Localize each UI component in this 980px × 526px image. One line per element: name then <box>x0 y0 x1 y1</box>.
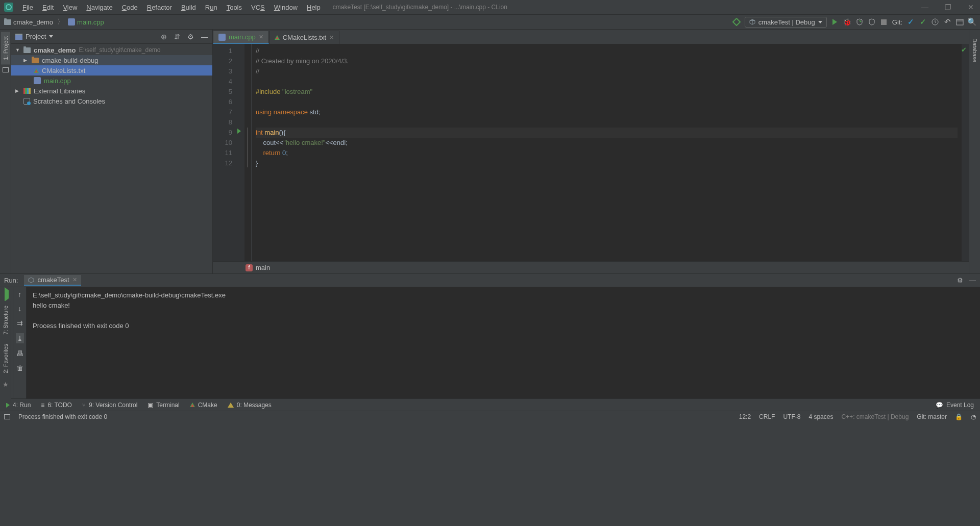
editor-tab-cmakelists[interactable]: CMakeLists.txt ✕ <box>269 31 339 44</box>
run-actions-secondary: ↑ ↓ ⇉ ⤓ 🖶 🗑 <box>13 287 27 398</box>
menu-vcs[interactable]: VCS <box>247 3 269 12</box>
bottom-tab-vcs[interactable]: ⑂ 9: Version Control <box>78 400 141 410</box>
run-tab-cmaketest[interactable]: cmakeTest ✕ <box>24 275 81 286</box>
editor-tab-main[interactable]: main.cpp ✕ <box>213 31 269 44</box>
close-icon[interactable]: ✕ <box>72 277 77 283</box>
commit-button[interactable]: ✓ <box>919 18 927 26</box>
bottom-tab-messages[interactable]: 0: Messages <box>224 400 276 410</box>
tree-file-cmakelists[interactable]: CMakeLists.txt <box>11 65 212 76</box>
inspection-ok-icon[interactable]: ✔ <box>961 46 967 54</box>
menu-code[interactable]: Code <box>118 3 142 12</box>
settings-icon[interactable]: ⚙ <box>187 33 194 41</box>
bottom-tab-todo[interactable]: ≡ 6: TODO <box>37 400 76 410</box>
down-button[interactable]: ↓ <box>18 305 21 313</box>
debug-button[interactable]: 🐞 <box>843 18 851 26</box>
revert-button[interactable]: ↶ <box>943 18 951 26</box>
fold-gutter[interactable] <box>244 44 252 261</box>
locate-icon[interactable]: ⊕ <box>161 33 167 41</box>
main-menu: File Edit View Navigate Code Refactor Bu… <box>18 3 325 12</box>
menu-navigate[interactable]: Navigate <box>82 3 116 12</box>
status-position[interactable]: 12:2 <box>739 413 751 420</box>
breadcrumb-file[interactable]: main.cpp <box>77 18 104 26</box>
stop-button[interactable] <box>880 18 888 26</box>
branch-icon: ⑂ <box>82 402 86 409</box>
bottom-tab-cmake[interactable]: CMake <box>186 400 222 410</box>
window-controls: — ❐ ✕ <box>919 3 976 11</box>
tree-root-path: E:\self_study\git\cmake_demo <box>79 46 160 54</box>
project-view-selector[interactable]: Project <box>15 33 53 40</box>
soft-wrap-button[interactable]: ⇉ <box>17 319 23 327</box>
tool-tab-structure[interactable]: 7: Structure <box>1 301 10 339</box>
menu-help[interactable]: Help <box>303 3 325 12</box>
bottom-tab-terminal[interactable]: ▣ Terminal <box>143 400 183 410</box>
tree-scratches[interactable]: Scratches and Consoles <box>11 96 212 106</box>
status-indent[interactable]: 4 spaces <box>808 413 833 420</box>
code-editor[interactable]: // // Created by ming on 2020/4/3. // #i… <box>252 44 962 261</box>
menu-build[interactable]: Build <box>177 3 200 12</box>
menu-window[interactable]: Window <box>270 3 302 12</box>
clear-button[interactable]: 🗑 <box>16 364 23 372</box>
maximize-button[interactable]: ❐ <box>943 3 953 11</box>
line-number-gutter[interactable]: 123456789101112 <box>213 44 236 261</box>
tool-tab-icon[interactable] <box>2 66 10 73</box>
expand-all-icon[interactable]: ⇵ <box>174 33 180 41</box>
profile-button[interactable] <box>868 18 876 26</box>
marker-bar[interactable] <box>962 44 969 261</box>
cpp-file-icon <box>34 77 41 84</box>
menu-edit[interactable]: Edit <box>38 3 58 12</box>
minimize-button[interactable]: — <box>919 3 930 11</box>
memory-indicator-icon[interactable]: ◔ <box>971 413 976 420</box>
tree-root[interactable]: ▼ cmake_demo E:\self_study\git\cmake_dem… <box>11 45 212 55</box>
bottom-tab-event-log[interactable]: 💬 Event Log <box>932 400 978 410</box>
tool-tab-project[interactable]: 1: Project <box>1 32 10 64</box>
menu-tools[interactable]: Tools <box>223 3 246 12</box>
code-breadcrumb-label[interactable]: main <box>256 264 270 271</box>
menu-view[interactable]: View <box>59 3 81 12</box>
hide-icon[interactable]: — <box>969 277 976 284</box>
close-button[interactable]: ✕ <box>966 3 976 11</box>
favorites-star-icon[interactable]: ★ <box>3 381 9 388</box>
tree-item-label: CMakeLists.txt <box>42 67 85 74</box>
history-button[interactable] <box>931 18 939 26</box>
menu-run[interactable]: Run <box>201 3 222 12</box>
expand-arrow-icon[interactable]: ▶ <box>23 58 29 63</box>
up-button[interactable]: ↑ <box>18 290 21 298</box>
console-output[interactable]: E:\self_study\git\cmake_demo\cmake-build… <box>27 287 980 398</box>
close-icon[interactable]: ✕ <box>329 34 334 41</box>
settings-icon[interactable]: ⚙ <box>957 277 963 284</box>
run-config-selector[interactable]: cmakeTest | Debug <box>745 17 827 28</box>
tool-tab-database[interactable]: Database <box>970 34 979 67</box>
breadcrumb-root[interactable]: cmake_demo <box>13 18 53 26</box>
update-project-button[interactable]: ✓ <box>906 18 915 26</box>
ide-settings-button[interactable] <box>955 18 964 26</box>
svg-rect-4 <box>15 34 22 35</box>
coverage-button[interactable] <box>855 18 864 26</box>
hide-icon[interactable]: — <box>201 33 208 41</box>
scroll-end-button[interactable]: ⤓ <box>16 333 24 343</box>
build-icon[interactable] <box>732 18 741 26</box>
status-line-separator[interactable]: CRLF <box>759 413 775 420</box>
print-button[interactable]: 🖶 <box>16 349 23 358</box>
tree-file-main[interactable]: main.cpp <box>11 76 212 86</box>
rerun-button[interactable] <box>5 290 9 298</box>
tool-windows-icon[interactable] <box>4 414 10 419</box>
folder-icon <box>4 19 11 25</box>
lock-icon[interactable]: 🔒 <box>955 413 963 420</box>
close-icon[interactable]: ✕ <box>259 34 263 40</box>
run-gutter-icon[interactable] <box>237 129 241 134</box>
tree-folder-build[interactable]: ▶ cmake-build-debug <box>11 55 212 65</box>
search-everywhere-button[interactable]: 🔍 <box>968 18 976 26</box>
tree-external-libs[interactable]: ▶ External Libraries <box>11 86 212 96</box>
status-encoding[interactable]: UTF-8 <box>783 413 800 420</box>
editor-body[interactable]: 123456789101112 // // Created by ming on… <box>213 44 969 261</box>
expand-arrow-icon[interactable]: ▶ <box>15 88 20 93</box>
tool-tab-favorites[interactable]: 2: Favorites <box>1 339 10 378</box>
menu-file[interactable]: File <box>18 3 37 12</box>
project-title: Project <box>26 33 46 40</box>
menu-refactor[interactable]: Refactor <box>143 3 176 12</box>
status-message: Process finished with exit code 0 <box>18 413 107 420</box>
status-git-branch[interactable]: Git: master <box>917 413 947 420</box>
expand-arrow-icon[interactable]: ▼ <box>15 47 20 53</box>
status-context[interactable]: C++: cmakeTest | Debug <box>841 413 909 420</box>
run-button[interactable] <box>831 18 839 26</box>
